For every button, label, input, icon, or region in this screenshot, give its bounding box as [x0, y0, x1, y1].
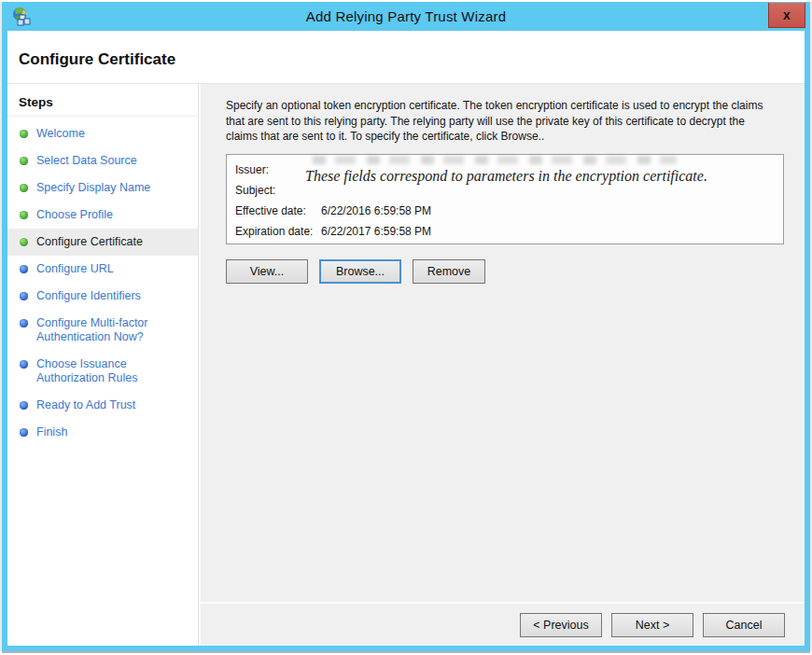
step-status-icon — [20, 360, 28, 369]
step-status-icon — [20, 319, 28, 328]
step-item[interactable]: Specify Display Name — [7, 174, 198, 202]
window-title: Add Relying Party Trust Wizard — [2, 2, 810, 31]
view-button[interactable]: View... — [226, 259, 308, 284]
subject-label: Subject: — [235, 184, 321, 197]
step-status-icon — [20, 428, 28, 437]
step-status-icon — [20, 292, 28, 300]
step-label: Specify Display Name — [36, 181, 150, 195]
step-label: Configure URL — [36, 262, 114, 276]
adfs-app-icon — [11, 7, 32, 26]
effective-date-label: Effective date: — [235, 204, 321, 217]
step-status-icon — [20, 238, 28, 246]
step-status-icon — [20, 157, 28, 165]
step-label: Select Data Source — [36, 154, 137, 168]
cancel-button[interactable]: Cancel — [703, 613, 785, 637]
step-item[interactable]: Welcome — [7, 120, 198, 147]
window-body: Configure Certificate Steps Welcome Sele… — [7, 31, 805, 646]
step-label: Choose Profile — [36, 208, 113, 222]
step-label: Choose Issuance Authorization Rules — [36, 357, 186, 385]
expiration-date-label: Expiration date: — [235, 225, 321, 238]
step-status-icon — [20, 184, 28, 192]
step-item[interactable]: Configure Certificate — [7, 229, 198, 256]
step-label: Configure Identifiers — [36, 289, 141, 303]
previous-button[interactable]: < Previous — [520, 613, 602, 637]
annotation-text: These fields correspond to parameters in… — [305, 168, 777, 185]
step-item[interactable]: Finish — [7, 419, 198, 446]
expiration-date-value: 6/22/2017 6:59:58 PM — [321, 225, 774, 238]
wizard-window: Add Relying Party Trust Wizard x Configu… — [2, 2, 810, 651]
remove-button[interactable]: Remove — [413, 259, 485, 284]
steps-list: Welcome Select Data Source Specify Displ… — [7, 117, 198, 446]
footer-bar: < Previous Next > Cancel — [199, 602, 805, 646]
content-pane: Specify an optional token encryption cer… — [199, 84, 805, 602]
step-status-icon — [20, 401, 28, 410]
step-item[interactable]: Select Data Source — [7, 147, 198, 174]
close-icon: x — [783, 7, 791, 22]
step-label: Ready to Add Trust — [36, 398, 135, 412]
page-title: Configure Certificate — [19, 50, 175, 69]
step-item[interactable]: Configure URL — [7, 256, 198, 283]
step-item[interactable]: Ready to Add Trust — [7, 392, 198, 419]
certificate-panel: Issuer: Subject: Effective date: 6/22/20… — [226, 154, 784, 244]
step-label: Welcome — [36, 127, 85, 141]
close-button[interactable]: x — [768, 3, 805, 28]
certificate-actions: View... Browse... Remove — [226, 259, 805, 284]
browse-button[interactable]: Browse... — [319, 259, 401, 284]
step-status-icon — [20, 265, 28, 273]
step-label: Configure Certificate — [36, 235, 143, 249]
page: Add Relying Party Trust Wizard x Configu… — [0, 0, 812, 655]
step-item[interactable]: Choose Profile — [7, 202, 198, 229]
page-header: Configure Certificate — [7, 31, 805, 84]
step-item[interactable]: Choose Issuance Authorization Rules — [7, 351, 198, 392]
steps-header: Steps — [7, 88, 198, 117]
redacted-issuer-value — [313, 156, 677, 164]
effective-date-value: 6/22/2016 6:59:58 PM — [321, 204, 774, 217]
step-label: Configure Multi-factor Authentication No… — [36, 316, 186, 344]
titlebar[interactable]: Add Relying Party Trust Wizard x — [2, 2, 810, 31]
step-item[interactable]: Configure Multi-factor Authentication No… — [7, 310, 198, 351]
step-status-icon — [20, 211, 28, 219]
description-text: Specify an optional token encryption cer… — [226, 98, 778, 145]
step-item[interactable]: Configure Identifiers — [7, 283, 198, 310]
steps-sidebar: Steps Welcome Select Data Source Specify… — [7, 84, 199, 646]
step-status-icon — [20, 130, 28, 138]
next-button[interactable]: Next > — [611, 613, 693, 637]
step-label: Finish — [36, 425, 67, 439]
